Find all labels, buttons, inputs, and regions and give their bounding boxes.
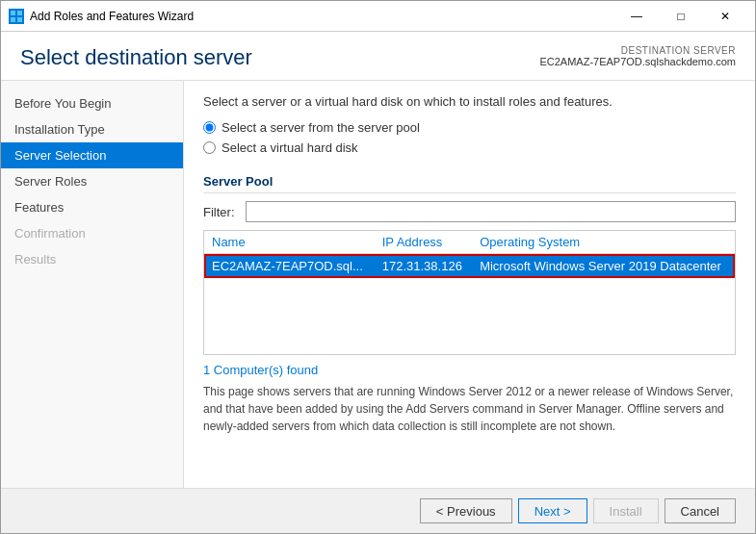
- previous-button[interactable]: < Previous: [420, 498, 512, 523]
- dest-server-name: EC2AMAZ-7EAP7OD.sqlshackdemo.com: [539, 56, 736, 67]
- title-bar: Add Roles and Features Wizard — □ ✕: [1, 1, 755, 32]
- cell-os: Microsoft Windows Server 2019 Datacenter: [472, 254, 735, 279]
- server-table: Name IP Address Operating System EC2AMAZ…: [204, 231, 735, 278]
- cell-ip-address: 172.31.38.126: [375, 254, 472, 279]
- radio-virtual-disk[interactable]: Select a virtual hard disk: [203, 140, 736, 155]
- close-button[interactable]: ✕: [703, 1, 747, 32]
- table-header-row: Name IP Address Operating System: [204, 231, 735, 254]
- footer: < Previous Next > Install Cancel: [1, 488, 755, 533]
- window-title: Add Roles and Features Wizard: [30, 10, 194, 23]
- svg-rect-0: [11, 11, 15, 15]
- sidebar-item-features[interactable]: Features: [1, 194, 183, 220]
- sidebar-item-before-you-begin[interactable]: Before You Begin: [1, 90, 183, 116]
- wizard-window: Add Roles and Features Wizard — □ ✕ Sele…: [0, 0, 756, 534]
- svg-rect-2: [11, 17, 15, 22]
- count-text: 1 Computer(s) found: [203, 363, 736, 377]
- next-button[interactable]: Next >: [518, 498, 587, 523]
- dest-label: DESTINATION SERVER: [539, 45, 736, 56]
- col-ip: IP Address: [375, 231, 472, 254]
- filter-label: Filter:: [203, 205, 238, 219]
- table-row[interactable]: EC2AMAZ-7EAP7OD.sql... 172.31.38.126 Mic…: [204, 254, 735, 279]
- title-bar-left: Add Roles and Features Wizard: [9, 9, 194, 24]
- cell-server-name: EC2AMAZ-7EAP7OD.sql...: [204, 254, 375, 279]
- col-name: Name: [204, 231, 375, 254]
- radio-group: Select a server from the server pool Sel…: [203, 120, 736, 161]
- sidebar-item-server-selection[interactable]: Server Selection: [1, 142, 183, 168]
- description-text: This page shows servers that are running…: [203, 383, 736, 435]
- filter-input[interactable]: [246, 201, 736, 222]
- server-pool-section-title: Server Pool: [203, 174, 736, 193]
- sidebar-item-server-roles[interactable]: Server Roles: [1, 168, 183, 194]
- server-table-container: Name IP Address Operating System EC2AMAZ…: [203, 230, 736, 355]
- destination-server-info: DESTINATION SERVER EC2AMAZ-7EAP7OD.sqlsh…: [539, 45, 736, 67]
- maximize-button[interactable]: □: [659, 1, 703, 32]
- sidebar-item-installation-type[interactable]: Installation Type: [1, 116, 183, 142]
- cancel-button[interactable]: Cancel: [665, 498, 736, 523]
- main-layout: Before You Begin Installation Type Serve…: [1, 81, 755, 488]
- radio-server-pool[interactable]: Select a server from the server pool: [203, 120, 736, 135]
- sidebar: Before You Begin Installation Type Serve…: [1, 81, 184, 488]
- header-area: Select destination server DESTINATION SE…: [1, 32, 755, 81]
- sidebar-item-confirmation: Confirmation: [1, 220, 183, 246]
- col-os: Operating System: [472, 231, 735, 254]
- install-button: Install: [593, 498, 659, 523]
- filter-row: Filter:: [203, 201, 736, 222]
- title-bar-controls: — □ ✕: [614, 1, 747, 32]
- page-title: Select destination server: [20, 45, 252, 70]
- radio-virtual-disk-input[interactable]: [203, 141, 216, 154]
- instruction-text: Select a server or a virtual hard disk o…: [203, 94, 736, 109]
- svg-rect-1: [17, 11, 22, 15]
- radio-server-pool-input[interactable]: [203, 121, 216, 134]
- sidebar-item-results: Results: [1, 246, 183, 272]
- main-content: Select a server or a virtual hard disk o…: [184, 81, 755, 488]
- app-icon: [9, 9, 24, 24]
- svg-rect-3: [17, 17, 22, 22]
- minimize-button[interactable]: —: [614, 1, 659, 32]
